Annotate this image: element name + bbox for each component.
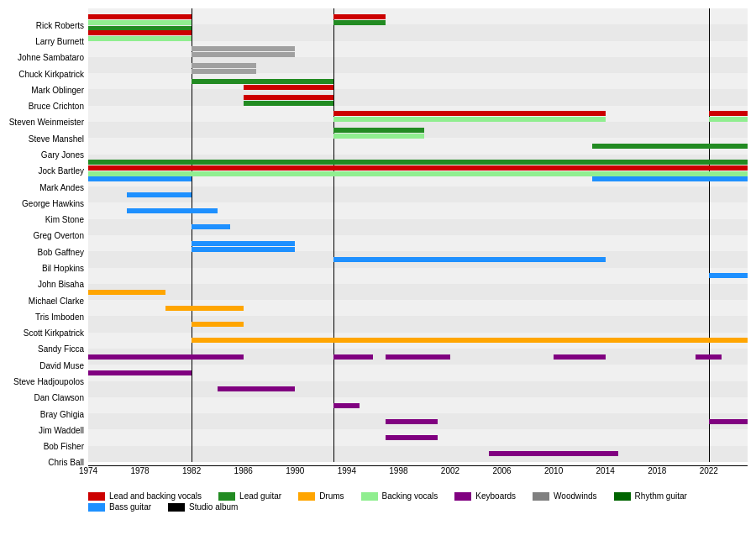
- timeline-bar: [192, 69, 256, 74]
- legend: Lead and backing vocalsLead guitarDrumsB…: [88, 487, 748, 542]
- legend-item: Drums: [298, 491, 344, 501]
- timeline-bar: [192, 322, 244, 327]
- timeline-bar: [88, 36, 192, 41]
- y-label: Bob Fisher: [44, 442, 84, 451]
- timeline-bar: [333, 128, 424, 133]
- timeline-bar: [192, 224, 230, 229]
- legend-label: Rhythm guitar: [635, 491, 687, 501]
- legend-item: Lead guitar: [218, 491, 281, 501]
- timeline-bar: [192, 79, 333, 84]
- timeline-bar: [192, 52, 295, 57]
- timeline-bar: [709, 273, 748, 278]
- y-label: Sandy Ficca: [38, 344, 84, 354]
- x-tick-label: 2010: [544, 466, 563, 475]
- legend-label: Backing vocals: [382, 491, 438, 501]
- legend-color-box: [533, 492, 549, 501]
- chart-area: [88, 8, 748, 462]
- timeline-bar: [192, 208, 218, 213]
- y-label: Steve Manshel: [29, 134, 84, 143]
- timeline-bar: [709, 338, 748, 343]
- legend-label: Woodwinds: [554, 491, 597, 501]
- y-label: Mark Andes: [39, 182, 84, 192]
- timeline-bar: [386, 435, 438, 440]
- y-label: David Muse: [39, 360, 84, 370]
- timeline-bar: [88, 14, 192, 19]
- y-label: Gary Jones: [41, 150, 84, 159]
- timeline-bar: [386, 354, 450, 360]
- y-label: Chuck Kirkpatrick: [18, 69, 84, 78]
- legend-item: Keyboards: [454, 491, 516, 501]
- x-tick-label: 1990: [286, 466, 304, 475]
- timeline-bar: [554, 354, 606, 360]
- legend-label: Lead and backing vocals: [109, 491, 202, 501]
- y-label: Larry Burnett: [35, 36, 84, 45]
- x-tick-label: 2002: [441, 466, 459, 475]
- timeline-bar: [333, 117, 605, 122]
- y-label: George Hawkins: [22, 198, 84, 207]
- y-label: Johne Sambataro: [18, 53, 84, 62]
- legend-item: Rhythm guitar: [614, 491, 687, 501]
- y-label: Bruce Crichton: [29, 102, 84, 111]
- timeline-bar: [192, 247, 295, 252]
- timeline-bar: [192, 354, 244, 360]
- timeline-bar: [333, 354, 372, 360]
- timeline-bar: [333, 257, 605, 262]
- timeline-bar: [709, 419, 748, 424]
- timeline-bar: [127, 208, 192, 213]
- timeline-bar: [88, 160, 748, 165]
- timeline-bar: [333, 14, 386, 19]
- y-label: Mark Oblinger: [31, 85, 84, 94]
- x-tick-label: 1978: [130, 466, 149, 475]
- y-label: Steve Hadjoupolos: [13, 376, 84, 386]
- timeline-bar: [333, 20, 386, 25]
- legend-item: Studio album: [168, 502, 238, 512]
- timeline-bar: [386, 419, 438, 424]
- timeline-bar: [192, 63, 256, 68]
- timeline-bar: [88, 165, 748, 171]
- x-tick-label: 1982: [182, 466, 201, 475]
- timeline-bar: [88, 290, 165, 295]
- timeline-bar: [88, 20, 192, 25]
- timeline-bar: [333, 134, 424, 139]
- timeline-bar: [592, 176, 709, 181]
- y-label: Greg Overton: [33, 231, 84, 240]
- x-tick-label: 2006: [492, 466, 511, 475]
- y-axis-labels: Rick RobertsLarry BurnettJohne Sambataro…: [0, 8, 88, 462]
- x-tick-label: 2018: [648, 466, 666, 475]
- y-label: John Bisaha: [38, 280, 84, 289]
- timeline-bar: [218, 386, 295, 391]
- legend-item: Lead and backing vocals: [88, 491, 202, 501]
- legend-color-box: [361, 492, 378, 501]
- legend-item: Bass guitar: [88, 502, 151, 512]
- legend-color-box: [88, 492, 105, 501]
- timeline-bar: [192, 46, 295, 51]
- timeline-bar: [88, 354, 192, 360]
- y-label: Dan Clawson: [34, 393, 84, 402]
- y-label: Bray Ghigia: [40, 409, 84, 418]
- timeline-bar: [88, 176, 192, 181]
- legend-item: Woodwinds: [533, 491, 597, 501]
- legend-label: Keyboards: [475, 491, 516, 501]
- timeline-bar: [244, 101, 334, 106]
- legend-label: Lead guitar: [239, 491, 281, 501]
- legend-label: Bass guitar: [109, 502, 151, 512]
- legend-item: Backing vocals: [361, 491, 438, 501]
- timeline-bar: [709, 117, 748, 122]
- x-tick-label: 2014: [596, 466, 615, 475]
- timeline-bar: [88, 30, 192, 35]
- x-tick-label: 1986: [234, 466, 253, 475]
- y-label: Kim Stone: [45, 215, 84, 224]
- legend-color-box: [454, 492, 471, 501]
- timeline-bar: [192, 306, 244, 311]
- x-axis-labels: 1974197819821986199019941998200220062010…: [88, 466, 748, 483]
- timeline-bar: [489, 451, 618, 456]
- chart-container: Rick RobertsLarry BurnettJohne Sambataro…: [0, 0, 756, 546]
- timeline-bar: [165, 306, 192, 311]
- timeline-bar: [88, 370, 192, 375]
- x-tick-label: 1994: [338, 466, 356, 475]
- y-label: Rick Roberts: [36, 20, 84, 29]
- legend-color-box: [298, 492, 315, 501]
- legend-color-box: [614, 492, 631, 501]
- timeline-bar: [696, 354, 722, 360]
- timeline-bar: [192, 338, 709, 343]
